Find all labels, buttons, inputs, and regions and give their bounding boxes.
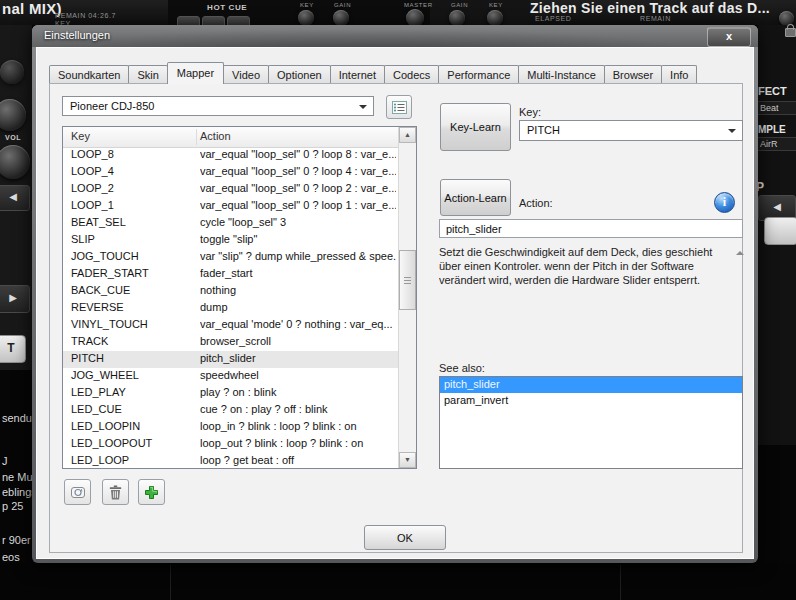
mapping-key: SLIP [71,233,95,245]
add-mapping-button[interactable] [138,479,165,505]
mapping-row[interactable]: FADER_STARTfader_start [63,266,399,283]
gain-knob[interactable] [333,10,349,26]
info-icon[interactable]: i [714,192,735,213]
browser-item-fragment[interactable]: ne Mu [2,471,33,483]
loop-button[interactable] [764,217,796,245]
tab-video[interactable]: Video [223,65,269,84]
mapping-action: speedwheel [200,369,396,381]
settings-dialog: Einstellungen x Soundkarten Skin Mapper … [32,25,758,563]
mapping-action: fader_start [200,267,396,279]
mapping-row[interactable]: LED_PLAYplay ? on : blink [63,385,399,402]
key-learn-label: Key-Learn [450,121,501,133]
mapping-row[interactable]: VINYL_TOUCHvar_equal 'mode' 0 ? nothing … [63,317,399,334]
description-scroll-up-icon[interactable] [736,247,744,255]
column-header-action[interactable]: Action [200,130,231,142]
key-knob-right[interactable] [487,10,503,26]
mapping-action: var "slip" ? dump while_pressed & spee..… [200,250,396,262]
chevron-down-icon [728,129,736,137]
prev-track-button[interactable]: ◀ [0,185,30,211]
mapping-key: LED_LOOPIN [71,420,140,432]
deck-left-strip: VOL ◀ ▶ T [0,25,32,370]
column-header-key[interactable]: Key [71,130,90,142]
scrollbar-thumb[interactable] [399,250,416,310]
tab-browser[interactable]: Browser [604,65,662,84]
mapping-action: play ? on : blink [200,386,396,398]
browser-item-fragment[interactable]: eos [2,551,20,563]
tab-info[interactable]: Info [661,65,697,84]
key-learn-button[interactable]: Key-Learn [440,103,511,151]
play-button[interactable]: ▶ [0,285,30,313]
mapper-list-button[interactable] [386,95,412,119]
lock-icon[interactable] [785,28,796,37]
browser-item-fragment[interactable]: sendu [2,412,32,424]
key-knob[interactable] [298,10,314,26]
list-icon [392,101,407,114]
mapping-row[interactable]: LED_LOOPloop ? get beat : off [63,453,399,470]
mapping-row[interactable]: TRACKbrowser_scroll [63,334,399,351]
effect-select-fragment[interactable]: Beat [757,101,796,115]
action-input-value: pitch_slider [446,223,502,235]
key-select[interactable]: PITCH [519,120,743,141]
vol-knob[interactable] [0,145,30,179]
see-also-item[interactable]: param_invert [440,393,742,409]
list-scrollbar[interactable]: ▲ ▼ [398,127,416,468]
mapping-key: LED_LOOP [71,454,129,466]
remap-key-button[interactable] [64,479,91,505]
mapping-action: loop_out ? blink : loop ? blink : on [200,437,396,449]
deck-a-remain-label: REMAIN 04:26.7 [55,12,116,19]
mapping-row-selected[interactable]: PITCHpitch_slider [63,351,399,368]
scroll-up-button[interactable]: ▲ [399,127,416,143]
mapping-action: var_equal "loop_sel" 0 ? loop 4 : var_e.… [200,165,396,177]
mapping-row[interactable]: SLIPtoggle "slip" [63,232,399,249]
mapping-row[interactable]: LED_LOOPINloop_in ? blink : loop ? blink… [63,419,399,436]
chevron-down-icon [359,105,367,113]
master-knob-label: MASTER [404,2,433,8]
mapping-row[interactable]: LOOP_8var_equal "loop_sel" 0 ? loop 8 : … [63,147,399,164]
column-divider[interactable] [196,129,197,145]
mapping-row[interactable]: JOG_WHEELspeedwheel [63,368,399,385]
mapping-row[interactable]: LOOP_4var_equal "loop_sel" 0 ? loop 4 : … [63,164,399,181]
device-select[interactable]: Pioneer CDJ-850 [62,96,374,116]
gain-knob-right[interactable] [449,10,465,26]
mapping-row[interactable]: LOOP_1var_equal "loop_sel" 0 ? loop 1 : … [63,198,399,215]
mapping-row[interactable]: BEAT_SELcycle "loop_sel" 3 [63,215,399,232]
left-knob[interactable] [0,60,24,84]
deck-top-strip: nal MIX) REMAIN 04:26.7 KEY HOT CUE KEY … [0,0,796,25]
key-field-label: Key: [519,106,541,118]
browser-item-fragment[interactable]: J [2,455,8,467]
tab-multi-instance[interactable]: Multi-Instance [518,65,604,84]
mapping-row[interactable]: BACK_CUEnothing [63,283,399,300]
tab-skin[interactable]: Skin [128,65,167,84]
tab-performance[interactable]: Performance [438,65,519,84]
browser-item-fragment[interactable]: p 25 [2,500,23,512]
scroll-down-button[interactable]: ▼ [399,452,416,468]
mapping-list: Key Action LOOP_8var_equal "loop_sel" 0 … [62,126,417,469]
mapping-key: LOOP_1 [71,199,114,211]
dialog-titlebar[interactable]: Einstellungen x [32,25,758,47]
action-input[interactable]: pitch_slider [439,219,743,238]
mapping-action: toggle "slip" [200,233,396,245]
mapping-row[interactable]: REVERSEdump [63,300,399,317]
mapping-row[interactable]: LED_LOOPOUTloop_out ? blink : loop ? bli… [63,436,399,453]
tab-mapper[interactable]: Mapper [167,62,224,84]
mapping-key: REVERSE [71,301,124,313]
close-button[interactable]: x [707,27,751,47]
mapping-row[interactable]: LED_CUEcue ? on : play ? off : blink [63,402,399,419]
sample-select-fragment[interactable]: AirR [757,137,796,151]
key-knob-right-label: KEY [489,2,503,8]
browser-item-fragment[interactable]: r 90er [2,534,31,546]
tab-internet[interactable]: Internet [330,65,385,84]
delete-mapping-button[interactable] [102,479,129,505]
action-learn-button[interactable]: Action-Learn [440,179,511,216]
ok-button[interactable]: OK [364,525,446,550]
t-key-button[interactable]: T [0,335,26,363]
tab-optionen[interactable]: Optionen [268,65,331,84]
tab-soundkarten[interactable]: Soundkarten [49,65,129,84]
see-also-item-selected[interactable]: pitch_slider [440,377,742,393]
left-knob[interactable] [0,99,26,131]
mapping-row[interactable]: LOOP_2var_equal "loop_sel" 0 ? loop 2 : … [63,181,399,198]
mapping-row[interactable]: JOG_TOUCHvar "slip" ? dump while_pressed… [63,249,399,266]
tab-codecs[interactable]: Codecs [384,65,439,84]
mapping-action: cycle "loop_sel" 3 [200,216,396,228]
mapping-action: var_equal 'mode' 0 ? nothing : var_eq... [200,318,396,330]
